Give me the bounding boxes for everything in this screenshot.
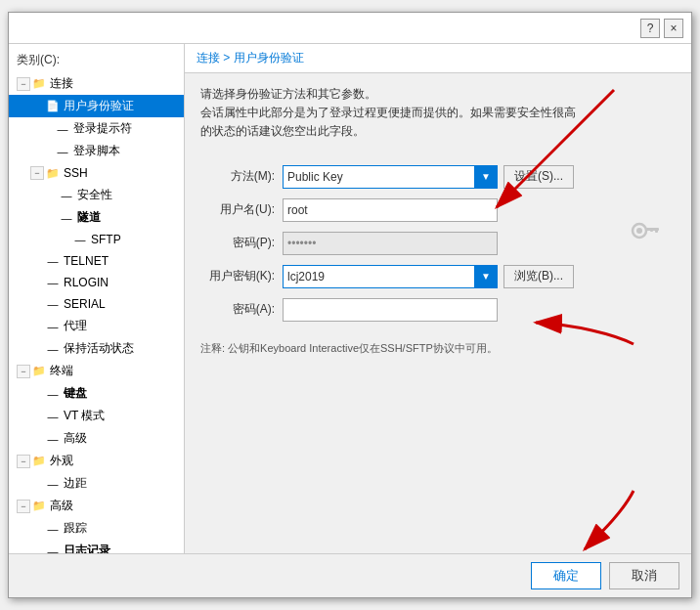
expand-icon-terminal[interactable]: − (17, 365, 30, 378)
tree-item-login-script[interactable]: — 登录脚本 (9, 140, 184, 162)
expand-icon-telnet (30, 254, 44, 268)
tree-label-login-script: 登录脚本 (73, 143, 120, 159)
password-field-cell (279, 230, 622, 257)
cancel-button[interactable]: 取消 (609, 562, 679, 589)
username-input[interactable] (283, 198, 498, 222)
tree-item-rlogin[interactable]: — RLOGIN (9, 272, 184, 293)
note-text: 注释: 公钥和Keyboard Interactive仅在SSH/SFTP协议中… (200, 341, 676, 356)
tree-item-telnet[interactable]: — TELNET (9, 250, 184, 272)
tree-item-terminal[interactable]: − 📁 终端 (9, 360, 184, 382)
tree-item-advanced2[interactable]: − 📁 高级 (9, 495, 184, 517)
expand-icon-appearance[interactable]: − (17, 455, 30, 468)
close-button[interactable]: × (664, 19, 683, 38)
breadcrumb-current: 用户身份验证 (234, 51, 304, 65)
title-buttons: ? × (640, 19, 683, 38)
userkey-label: 用户密钥(K): (200, 263, 279, 290)
folder-icon-connect: 📁 (31, 76, 47, 92)
username-label: 用户名(U): (200, 196, 279, 224)
file-icon-proxy: — (45, 319, 61, 334)
expand-icon-log (30, 545, 44, 554)
file-icon-security: — (59, 188, 74, 203)
tree-label-vt: VT 模式 (64, 408, 105, 424)
tree-label-appearance: 外观 (50, 453, 73, 469)
key-icon (626, 207, 665, 246)
expand-icon-connect[interactable]: − (17, 77, 30, 91)
password-row: 密码(P): (200, 230, 676, 257)
tree-label-sftp: SFTP (91, 233, 121, 246)
file-icon-advanced-terminal: — (45, 431, 61, 447)
tree-item-login-prompt[interactable]: — 登录提示符 (9, 117, 184, 140)
method-row: 方法(M): Public Key Password Keyboard Inte… (200, 163, 676, 191)
file-icon-vt: — (45, 409, 61, 424)
method-control-wrap: Public Key Password Keyboard Interactive… (283, 165, 618, 189)
tree-label-advanced-terminal: 高级 (64, 430, 87, 447)
ok-button[interactable]: 确定 (531, 562, 601, 589)
tree-item-sftp[interactable]: — SFTP (9, 229, 184, 250)
expand-icon-ssh[interactable]: − (30, 166, 44, 180)
userkey-field-cell: lcj2019 ▼ 浏览(B)... (279, 263, 622, 290)
tree-item-security[interactable]: — 安全性 (9, 184, 184, 206)
svg-point-1 (636, 228, 642, 234)
passphrase-input-blank[interactable] (283, 298, 498, 322)
expand-icon-tunnel (44, 211, 58, 225)
expand-icon-edge (30, 477, 44, 491)
settings-button[interactable]: 设置(S)... (503, 165, 574, 189)
expand-icon-security (44, 189, 58, 202)
svg-rect-3 (655, 228, 658, 233)
tree-item-appearance[interactable]: − 📁 外观 (9, 450, 184, 472)
expand-icon-rlogin (30, 276, 44, 289)
tree-item-log[interactable]: — 日志记录 (9, 540, 184, 553)
tree-label-keepalive: 保持活动状态 (64, 340, 134, 357)
password-input[interactable] (283, 232, 498, 255)
file-icon-keyboard: — (45, 386, 61, 402)
folder-icon-appearance: 📁 (31, 454, 47, 469)
file-icon-auth: 📄 (45, 99, 61, 114)
userkey-select[interactable]: lcj2019 (283, 265, 498, 288)
tree-label-rlogin: RLOGIN (64, 276, 109, 289)
expand-icon-sftp (58, 233, 71, 246)
expand-icon-serial (30, 297, 44, 311)
tree-label-login-prompt: 登录提示符 (73, 120, 132, 137)
category-label: 类别(C): (9, 48, 184, 72)
file-icon-trace: — (45, 521, 61, 537)
right-content: 请选择身份验证方法和其它参数。 会话属性中此部分是为了登录过程更便捷而提供的。如… (185, 73, 691, 553)
expand-icon-advanced2[interactable]: − (17, 500, 30, 513)
expand-icon-trace (30, 522, 44, 536)
file-icon-edge: — (45, 476, 61, 492)
tree-item-connect[interactable]: − 📁 连接 (9, 72, 184, 95)
tree-item-vt-mode[interactable]: — VT 模式 (9, 405, 184, 427)
userkey-row: 用户密钥(K): lcj2019 ▼ 浏览(B)... (200, 263, 676, 290)
tree-label-keyboard: 键盘 (64, 385, 87, 402)
method-field-cell: Public Key Password Keyboard Interactive… (279, 163, 622, 191)
desc-line2: 会话属性中此部分是为了登录过程更便捷而提供的。如果需要安全性很高 (200, 104, 676, 122)
tree-item-serial[interactable]: — SERIAL (9, 293, 184, 315)
passphrase-row: 密码(A): (200, 296, 676, 324)
folder-icon-terminal: 📁 (31, 364, 47, 379)
tree-label-connect: 连接 (50, 75, 73, 92)
tree-item-ssh[interactable]: − 📁 SSH (9, 162, 184, 184)
tree-label-trace: 跟踪 (64, 520, 87, 537)
file-icon-serial: — (45, 296, 61, 312)
expand-icon-keyboard (30, 387, 44, 401)
tree-item-tunnel[interactable]: — 隧道 (9, 206, 184, 229)
tree-item-advanced-terminal[interactable]: — 高级 (9, 427, 184, 450)
tree-label-auth: 用户身份验证 (64, 98, 134, 114)
help-button[interactable]: ? (640, 19, 660, 38)
breadcrumb-prefix: 连接 > (197, 51, 234, 65)
tree-item-keyboard[interactable]: — 键盘 (9, 382, 184, 405)
tree-label-log: 日志记录 (64, 543, 110, 553)
tree-label-proxy: 代理 (64, 318, 87, 334)
tree-item-trace[interactable]: — 跟踪 (9, 517, 184, 540)
expand-icon-login-prompt (40, 122, 54, 136)
tree-label-terminal: 终端 (50, 363, 73, 379)
folder-icon-ssh: 📁 (45, 165, 61, 181)
username-row: 用户名(U): (200, 196, 676, 224)
tree-item-proxy[interactable]: — 代理 (9, 315, 184, 337)
breadcrumb: 连接 > 用户身份验证 (185, 44, 691, 73)
browse-button[interactable]: 浏览(B)... (503, 265, 574, 288)
tree-item-auth[interactable]: 📄 用户身份验证 (9, 95, 184, 117)
tree-item-edge[interactable]: — 边距 (9, 472, 184, 495)
method-select[interactable]: Public Key Password Keyboard Interactive… (283, 165, 498, 189)
expand-icon-login-script (40, 145, 54, 158)
tree-item-keepalive[interactable]: — 保持活动状态 (9, 337, 184, 360)
